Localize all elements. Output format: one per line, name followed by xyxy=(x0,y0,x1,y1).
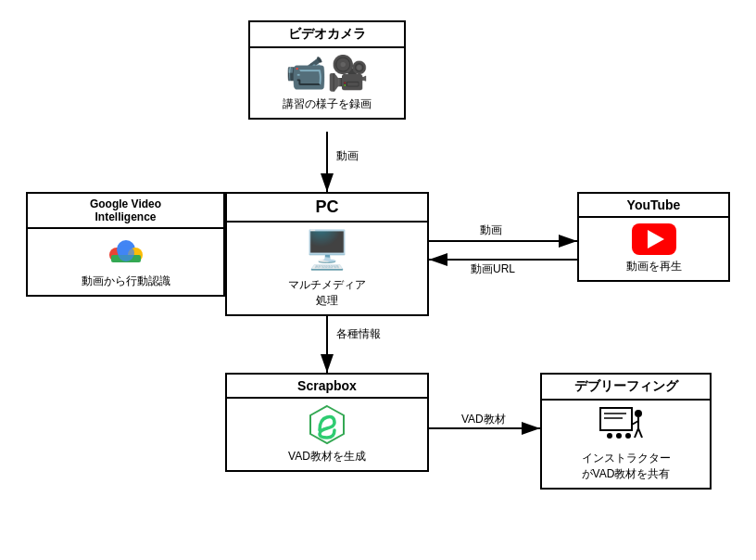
svg-point-26 xyxy=(625,433,631,439)
svg-point-24 xyxy=(607,433,612,439)
google-cloud-icon xyxy=(104,235,148,270)
youtube-title: YouTube xyxy=(579,194,728,218)
scrapbox-box: Scrapbox VAD教材を生成 xyxy=(225,373,429,472)
label-cam-pc: 動画 xyxy=(336,148,359,164)
camera-icon: 📹🎥 xyxy=(285,54,369,93)
camera-body: 📹🎥 講習の様子を録画 xyxy=(250,48,404,118)
diagram-container: 動画 動画 動画URL 動画 認識結果 各種情報 VAD教材 ビデオカメラ 📹🎥… xyxy=(17,11,739,549)
pc-box: PC 🖥️ マルチメディア 処理 xyxy=(225,192,429,316)
pc-title: PC xyxy=(227,194,427,223)
svg-line-21 xyxy=(632,421,638,425)
scrapbox-title: Scrapbox xyxy=(227,375,427,399)
svg-line-22 xyxy=(635,428,638,438)
debrief-body: インストラクター がVAD教材を共有 xyxy=(542,401,710,488)
svg-point-14 xyxy=(118,245,134,261)
google-box: Google Video Intelligence 動画から行動認識 xyxy=(26,192,225,297)
svg-rect-16 xyxy=(600,408,632,430)
label-sb-debrief: VAD教材 xyxy=(461,412,506,427)
camera-title: ビデオカメラ xyxy=(250,22,404,48)
scrapbox-label: VAD教材を生成 xyxy=(288,449,366,465)
google-title: Google Video Intelligence xyxy=(28,194,223,229)
svg-point-25 xyxy=(616,433,622,439)
yt-play-icon xyxy=(648,230,664,248)
label-pc-yt: 動画 xyxy=(480,223,502,238)
pc-body: 🖥️ マルチメディア 処理 xyxy=(227,223,427,314)
debrief-title: デブリーフィング xyxy=(542,375,710,401)
pc-icon: 🖥️ xyxy=(304,228,350,272)
pc-label: マルチメディア 処理 xyxy=(288,277,366,309)
youtube-icon xyxy=(632,223,676,255)
youtube-label: 動画を再生 xyxy=(626,259,682,274)
google-label: 動画から行動認識 xyxy=(82,274,170,289)
camera-box: ビデオカメラ 📹🎥 講習の様子を録画 xyxy=(248,20,406,120)
youtube-box: YouTube 動画を再生 xyxy=(577,192,730,282)
svg-line-23 xyxy=(638,428,642,438)
debrief-box: デブリーフィング インストラクター がVAD教材を共有 xyxy=(540,373,712,490)
label-pc-scrapbox: 各種情報 xyxy=(336,326,381,342)
scrapbox-icon xyxy=(307,404,347,445)
scrapbox-body: VAD教材を生成 xyxy=(227,399,427,470)
google-body: 動画から行動認識 xyxy=(28,229,223,295)
debrief-icon xyxy=(598,406,654,447)
youtube-body: 動画を再生 xyxy=(579,218,728,280)
debrief-label: インストラクター がVAD教材を共有 xyxy=(582,451,671,482)
camera-label: 講習の様子を録画 xyxy=(283,96,372,112)
label-yt-pc: 動画URL xyxy=(471,261,515,277)
svg-point-19 xyxy=(635,410,642,417)
